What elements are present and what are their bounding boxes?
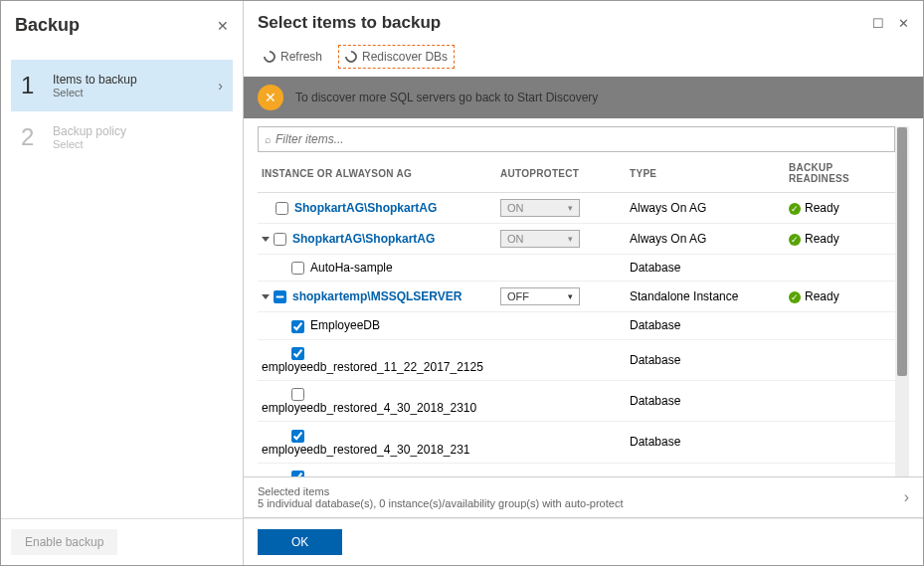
row-type: Database [626,312,785,339]
row-readiness [785,255,895,282]
left-header: Backup ✕ [1,1,243,50]
chevron-right-icon: › [904,488,909,506]
row-label: employeedb_restored_4_30_2018_231 [262,443,470,457]
table-row[interactable]: employeedb_restored_11_22_2017_2125Datab… [258,339,895,380]
selected-summary: 5 individual database(s), 0 instance(s)/… [258,497,623,509]
tools-icon: ✕ [258,85,283,110]
refresh-button[interactable]: Refresh [258,46,328,68]
close-icon[interactable]: ✕ [898,16,909,31]
row-label: employeedb_restored_4_30_2018_2310 [262,401,476,415]
right-footer: OK [244,518,923,565]
step-1[interactable]: 1 Items to backup Select › [11,60,233,111]
enable-backup-button[interactable]: Enable backup [11,529,117,555]
autoprotect-select[interactable]: ON▾ [500,199,580,217]
right-panel: Select items to backup ☐ ✕ Refresh Redis… [244,1,923,565]
search-icon: ⌕ [265,133,272,145]
backup-title: Backup [15,15,80,36]
row-type: Database [626,339,785,380]
table-row[interactable]: employeedb_restored_4_30_2018_231Databas… [258,422,895,463]
row-type: Standalone Instance [626,282,785,312]
info-banner: ✕ To discover more SQL servers go back t… [244,77,923,118]
row-type: Database [626,422,785,463]
caret-down-icon[interactable] [262,237,270,242]
caret-down-icon[interactable] [262,294,270,299]
table-container: ⌕ INSTANCE OR ALWAYSON AG AUTOPROTECT TY… [258,126,895,476]
wizard-steps: 1 Items to backup Select › 2 Backup poli… [1,50,243,163]
table-row[interactable]: EmployeeDBDatabase [258,312,895,339]
row-type: Always On AG [626,224,785,255]
row-label: ShopkartAG\ShopkartAG [292,232,435,246]
row-label: shopkartemp\MSSQLSERVER [292,289,462,303]
row-readiness [785,422,895,463]
row-readiness: ✓Ready [785,193,895,224]
row-readiness [785,339,895,380]
check-icon: ✓ [789,234,801,246]
row-checkbox[interactable] [291,347,304,360]
maximize-icon[interactable]: ☐ [872,16,884,31]
ok-button[interactable]: OK [258,529,342,555]
autoprotect-select[interactable]: ON▾ [500,230,580,248]
table-row[interactable]: employeedb_restored_4_30_2018_2310Databa… [258,380,895,421]
body-area: ⌕ INSTANCE OR ALWAYSON AG AUTOPROTECT TY… [244,118,923,476]
close-icon[interactable]: ✕ [217,18,229,34]
row-label: AutoHa-sample [310,261,393,275]
row-type: Database [626,380,785,421]
check-icon: ✓ [789,291,801,303]
row-readiness: ✓Ready [785,282,895,312]
header-type[interactable]: TYPE [626,154,785,193]
step-2[interactable]: 2 Backup policy Select [11,111,233,163]
row-label: EmployeeDB [310,318,380,332]
scrollbar[interactable] [895,126,909,476]
table-row[interactable]: employeedb_restored_4_30_2018_2356Databa… [258,463,895,476]
autoprotect-select[interactable]: OFF▾ [500,287,580,305]
left-panel: Backup ✕ 1 Items to backup Select › 2 Ba… [1,1,244,565]
row-readiness: ✓Ready [785,224,895,255]
check-icon: ✓ [789,203,801,215]
row-readiness [785,463,895,476]
row-checkbox[interactable] [291,388,304,401]
row-checkbox[interactable] [291,262,304,275]
row-checkbox[interactable] [291,430,304,443]
rediscover-dbs-button[interactable]: Rediscover DBs [338,45,455,69]
refresh-icon [262,49,278,66]
selected-items-bar[interactable]: Selected items 5 individual database(s),… [244,476,923,518]
header-readiness[interactable]: BACKUP READINESS [785,154,895,193]
row-checkbox[interactable] [274,290,286,303]
table-row[interactable]: ShopkartAG\ShopkartAGON▾Always On AG✓Rea… [258,224,895,255]
row-checkbox[interactable] [291,320,304,333]
row-checkbox[interactable] [274,233,286,246]
header-instance[interactable]: INSTANCE OR ALWAYSON AG [258,154,496,193]
table-row[interactable]: AutoHa-sampleDatabase [258,255,895,282]
row-type: Always On AG [626,193,785,224]
table-row[interactable]: ShopkartAG\ShopkartAGON▾Always On AG✓Rea… [258,193,895,224]
header-autoprotect[interactable]: AUTOPROTECT [496,154,626,193]
toolbar: Refresh Rediscover DBs [244,45,923,77]
right-header: Select items to backup ☐ ✕ [244,1,923,45]
filter-input[interactable] [276,132,888,146]
select-items-title: Select items to backup [258,13,441,33]
row-label: ShopkartAG\ShopkartAG [294,201,437,215]
filter-box[interactable]: ⌕ [258,126,895,152]
row-type: Database [626,255,785,282]
row-readiness [785,380,895,421]
chevron-right-icon: › [218,78,223,94]
row-readiness [785,312,895,339]
row-checkbox[interactable] [276,202,288,215]
row-label: employeedb_restored_11_22_2017_2125 [262,360,483,374]
left-footer: Enable backup [1,518,243,565]
row-type: Database [626,463,785,476]
selected-label: Selected items [258,485,623,497]
table-row[interactable]: shopkartemp\MSSQLSERVEROFF▾Standalone In… [258,282,895,312]
rediscover-icon [343,49,360,66]
items-table: INSTANCE OR ALWAYSON AG AUTOPROTECT TYPE… [258,154,895,476]
